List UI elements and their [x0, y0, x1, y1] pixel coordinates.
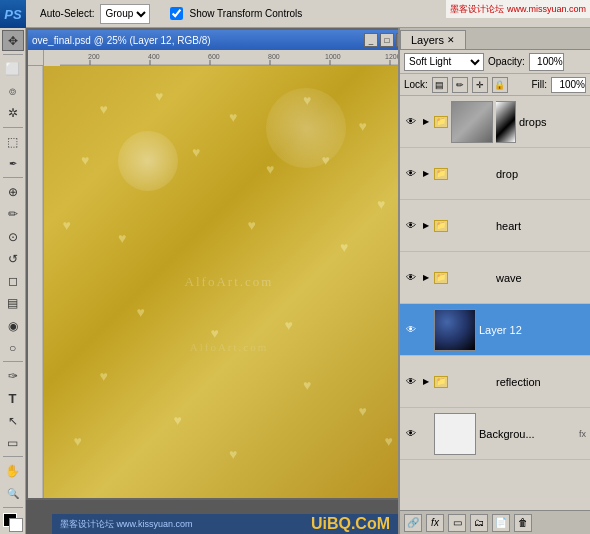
bokeh-heart-18: ♥	[100, 368, 108, 384]
path-select-tool[interactable]: ↖	[2, 410, 24, 431]
new-group-btn[interactable]: 🗂	[470, 514, 488, 532]
bokeh-heart-8: ♥	[266, 161, 274, 177]
close-btn[interactable]: ✕	[396, 33, 398, 47]
add-mask-btn[interactable]: ▭	[448, 514, 466, 532]
glow-spot-2	[266, 88, 346, 168]
lock-all-btn[interactable]: 🔒	[492, 77, 508, 93]
link-layers-btn[interactable]: 🔗	[404, 514, 422, 532]
opacity-label: Opacity:	[488, 56, 525, 67]
expand-reflection[interactable]: ▶	[421, 377, 431, 387]
tool-separator-3	[3, 177, 23, 178]
brush-tool[interactable]: ✏	[2, 204, 24, 225]
ruler-svg: 200 400 600 800 1000 1200	[60, 50, 398, 66]
layer-item-reflection[interactable]: 👁 ▶ 📁 reflection	[400, 356, 590, 408]
expand-heart[interactable]: ▶	[421, 221, 431, 231]
layer-item-drop[interactable]: 👁 ▶ 📁 drop	[400, 148, 590, 200]
lock-pixels-btn[interactable]: ✏	[452, 77, 468, 93]
expand-drops[interactable]: ▶	[421, 117, 431, 127]
healing-tool[interactable]: ⊕	[2, 181, 24, 202]
tool-separator-6	[3, 507, 23, 508]
bokeh-heart-6: ♥	[81, 152, 89, 168]
show-transform-checkbox[interactable]	[170, 7, 183, 20]
ps-logo: PS	[0, 0, 26, 28]
tools-panel: ✥ ⬜ ⌾ ✲ ⬚ ✒ ⊕ ✏ ⊙ ↺ ◻ ▤ ◉ ○ ✑ T ↖ ▭ ✋ 🔍	[0, 28, 26, 534]
lock-label: Lock:	[404, 79, 428, 90]
shape-tool[interactable]: ▭	[2, 432, 24, 453]
layer-item-background[interactable]: 👁 Backgrou... fx	[400, 408, 590, 460]
layer-item-drops[interactable]: 👁 ▶ 📁 drops	[400, 96, 590, 148]
eraser-tool[interactable]: ◻	[2, 270, 24, 291]
watermark-right: UiBQ.CoM	[311, 515, 390, 533]
ps-text: PS	[4, 7, 21, 22]
bokeh-heart-10: ♥	[63, 217, 71, 233]
canvas-image: ♥ ♥ ♥ ♥ ♥ ♥ ♥ ♥ ♥ ♥ ♥ ♥ ♥ ♥ ♥ ♥ ♥	[44, 66, 398, 498]
auto-select-dropdown[interactable]: Group	[100, 4, 150, 24]
maximize-btn[interactable]: □	[380, 33, 394, 47]
foreground-color[interactable]	[3, 513, 23, 532]
canvas-body: ♥ ♥ ♥ ♥ ♥ ♥ ♥ ♥ ♥ ♥ ♥ ♥ ♥ ♥ ♥ ♥ ♥	[28, 66, 398, 498]
layers-list[interactable]: 👁 ▶ 📁 drops 👁 ▶ 📁 drop	[400, 96, 590, 510]
layers-blend-row: NormalDissolveDarkenMultiplyColor BurnLi…	[400, 50, 590, 74]
lasso-tool[interactable]: ⌾	[2, 80, 24, 101]
expand-wave[interactable]: ▶	[421, 273, 431, 283]
thumb-spacer-drop	[451, 153, 493, 195]
blur-tool[interactable]: ◉	[2, 315, 24, 336]
bokeh-heart-23: ♥	[74, 433, 82, 449]
bokeh-heart-15: ♥	[137, 304, 145, 320]
eye-wave[interactable]: 👁	[404, 271, 418, 285]
canvas-watermark-1: AlfoArt.com	[185, 274, 274, 290]
svg-text:1200: 1200	[385, 53, 398, 60]
eye-heart[interactable]: 👁	[404, 219, 418, 233]
eye-drops[interactable]: 👁	[404, 115, 418, 129]
layer-item-wave[interactable]: 👁 ▶ 📁 wave	[400, 252, 590, 304]
layer-item-heart[interactable]: 👁 ▶ 📁 heart	[400, 200, 590, 252]
folder-icon-heart: 📁	[434, 220, 448, 232]
folder-icon-wave: 📁	[434, 272, 448, 284]
fill-input[interactable]	[551, 77, 586, 93]
layers-tab-close[interactable]: ✕	[447, 35, 455, 45]
history-brush-tool[interactable]: ↺	[2, 248, 24, 269]
bokeh-heart-3: ♥	[229, 109, 237, 125]
opacity-input[interactable]	[529, 53, 564, 71]
expand-drop[interactable]: ▶	[421, 169, 431, 179]
svg-text:800: 800	[268, 53, 280, 60]
eye-layer12[interactable]: 👁	[404, 323, 418, 337]
minimize-btn[interactable]: _	[364, 33, 378, 47]
zoom-tool[interactable]: 🔍	[2, 483, 24, 504]
lock-position-btn[interactable]: ✛	[472, 77, 488, 93]
type-tool[interactable]: T	[2, 388, 24, 409]
gradient-tool[interactable]: ▤	[2, 293, 24, 314]
eye-reflection[interactable]: 👁	[404, 375, 418, 389]
ruler-horizontal: 200 400 600 800 1000 1200	[60, 50, 398, 66]
lock-transparency-btn[interactable]: ▤	[432, 77, 448, 93]
pen-tool[interactable]: ✑	[2, 365, 24, 386]
magic-wand-tool[interactable]: ✲	[2, 103, 24, 124]
marquee-tool[interactable]: ⬜	[2, 58, 24, 79]
add-style-btn[interactable]: fx	[426, 514, 444, 532]
vruler-svg	[28, 66, 44, 498]
fx-badge-background: fx	[579, 429, 586, 439]
folder-icon-reflection: 📁	[434, 376, 448, 388]
crop-tool[interactable]: ⬚	[2, 131, 24, 152]
dodge-tool[interactable]: ○	[2, 337, 24, 358]
bokeh-heart-22: ♥	[229, 446, 237, 462]
layers-tab[interactable]: Layers ✕	[400, 30, 466, 49]
main-area: ✥ ⬜ ⌾ ✲ ⬚ ✒ ⊕ ✏ ⊙ ↺ ◻ ▤ ◉ ○ ✑ T ↖ ▭ ✋ 🔍	[0, 28, 590, 534]
canvas-titlebar: ove_final.psd @ 25% (Layer 12, RGB/8) _ …	[28, 30, 398, 50]
thumb-drops-mask	[496, 101, 516, 143]
layers-lock-row: Lock: ▤ ✏ ✛ 🔒 Fill:	[400, 74, 590, 96]
eye-drop[interactable]: 👁	[404, 167, 418, 181]
clone-tool[interactable]: ⊙	[2, 226, 24, 247]
blend-mode-select[interactable]: NormalDissolveDarkenMultiplyColor BurnLi…	[404, 53, 484, 71]
move-tool[interactable]: ✥	[2, 30, 24, 51]
new-layer-btn[interactable]: 📄	[492, 514, 510, 532]
hand-tool[interactable]: ✋	[2, 460, 24, 481]
svg-text:600: 600	[208, 53, 220, 60]
eyedropper-tool[interactable]: ✒	[2, 153, 24, 174]
delete-layer-btn[interactable]: 🗑	[514, 514, 532, 532]
layer-name-layer12: Layer 12	[479, 324, 586, 336]
canvas-watermark-2: AlfoArt.com	[190, 341, 269, 353]
thumb-spacer-reflection	[451, 361, 493, 403]
eye-background[interactable]: 👁	[404, 427, 418, 441]
layer-item-layer12[interactable]: 👁 Layer 12	[400, 304, 590, 356]
